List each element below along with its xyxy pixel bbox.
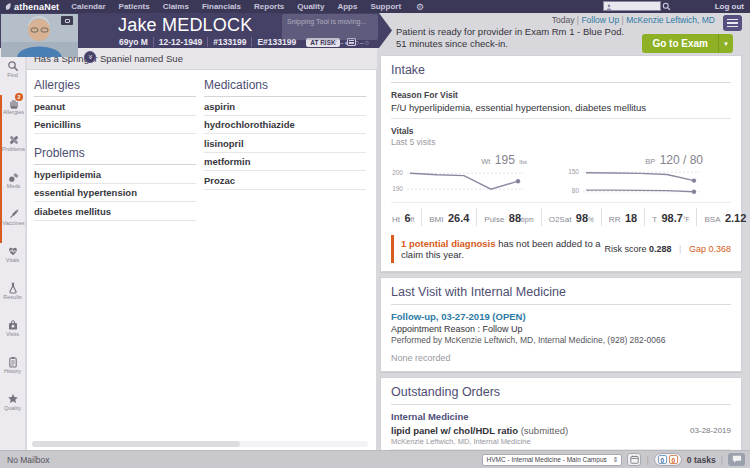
vital-pulse: Pulse 88bpm bbox=[477, 208, 541, 226]
ready-message-line2: 51 minutes since check-in. bbox=[396, 38, 624, 50]
pills-icon bbox=[8, 169, 20, 182]
weight-sparkline: Wt 195 lbs 200190 bbox=[391, 150, 541, 196]
task-counters[interactable]: 0 0 bbox=[654, 453, 682, 466]
context-link-today[interactable]: Today bbox=[552, 15, 575, 25]
sidebar-item-problems[interactable]: Problems bbox=[0, 132, 25, 169]
order-row[interactable]: lipid panel w/ chol/HDL ratio (submitted… bbox=[391, 422, 731, 451]
patient-name: Jake MEDLOCK bbox=[118, 15, 252, 36]
weight-axis-ticks: 200190 bbox=[391, 168, 406, 196]
order-name: lipid panel w/ chol/HDL ratio bbox=[391, 425, 518, 436]
order-status: (submitted) bbox=[521, 425, 569, 436]
nav-item-reports[interactable]: Reports bbox=[254, 2, 284, 11]
task-counter-orange[interactable]: 0 bbox=[669, 455, 678, 464]
encounter-progress-indicator: ✓–✓–●–○–○ bbox=[321, 39, 370, 47]
nav-item-claims[interactable]: Claims bbox=[163, 2, 189, 11]
last-visit-link[interactable]: Follow-up, 03-27-2019 (OPEN) bbox=[391, 311, 731, 322]
vital-rr: RR 18 bbox=[602, 208, 645, 226]
logout-button[interactable]: Log out bbox=[715, 2, 744, 11]
nav-item-quality[interactable]: Quality bbox=[297, 2, 324, 11]
sidebar-item-meds[interactable]: Meds bbox=[0, 169, 25, 206]
none-recorded-text: None recorded bbox=[391, 353, 731, 363]
patient-ready-message: Patient is ready for provider in Exam Rm… bbox=[396, 26, 624, 50]
bp-axis-ticks: 15080 bbox=[567, 168, 582, 196]
nav-item-apps[interactable]: Apps bbox=[337, 2, 357, 11]
summary-right-column: Medications aspirin hydrochlorothiazide … bbox=[204, 78, 366, 190]
search-submit-button[interactable] bbox=[661, 1, 673, 11]
sidebar-item-vaccines[interactable]: Vaccines bbox=[0, 206, 25, 243]
menu-hamburger-icon[interactable] bbox=[723, 15, 742, 31]
performed-by: Performed by McKenzie Leftwich, MD, Inte… bbox=[391, 335, 731, 345]
nav-item-financials[interactable]: Financials bbox=[202, 2, 241, 11]
lab-flask-icon bbox=[7, 280, 19, 293]
patient-age-sex: 69yo M bbox=[119, 37, 154, 47]
athenanet-logo[interactable]: athenaNet bbox=[4, 2, 59, 12]
separator: | bbox=[721, 455, 723, 465]
diagnosis-alert: 1 potential diagnosis has not been added… bbox=[391, 235, 731, 263]
ready-message-line1: Patient is ready for provider in Exam Rm… bbox=[396, 26, 624, 38]
sidebar-item-history[interactable]: History bbox=[0, 354, 25, 391]
global-search bbox=[603, 1, 661, 11]
sidebar-item-visits[interactable]: Visits bbox=[0, 317, 25, 354]
department-select[interactable]: HVMC - Internal Medicine - Main Campus ⇕ bbox=[482, 454, 622, 466]
search-icon bbox=[662, 2, 671, 11]
os-notification-overlay: Snipping Tool is moving... bbox=[282, 14, 378, 40]
department-select-value: HVMC - Internal Medicine - Main Campus bbox=[486, 456, 606, 463]
diagnosis-alert-highlight[interactable]: 1 potential diagnosis bbox=[401, 238, 496, 249]
settings-gear-icon[interactable]: ⚙ bbox=[416, 2, 424, 12]
problem-item: diabetes mellitus bbox=[34, 202, 196, 221]
summary-left-column: Allergies peanut Penicillins Problems hy… bbox=[34, 78, 196, 221]
sidebar-item-results[interactable]: Results bbox=[0, 280, 25, 317]
last-visit-card: Last Visit with Internal Medicine Follow… bbox=[380, 277, 742, 372]
intake-title: Intake bbox=[391, 63, 731, 83]
select-arrows-icon: ⇕ bbox=[613, 456, 619, 464]
patient-id: #133199 bbox=[208, 37, 252, 47]
calendar-icon bbox=[630, 455, 639, 464]
sidebar-item-allergies[interactable]: 2 Allergies bbox=[0, 95, 25, 132]
sidebar-item-quality[interactable]: Quality bbox=[0, 391, 25, 428]
sidebar-item-find[interactable]: Find bbox=[0, 58, 25, 95]
summary-card: Allergies peanut Penicillins Problems hy… bbox=[27, 70, 376, 450]
context-link-follow-up[interactable]: Follow Up bbox=[581, 15, 619, 25]
sidebar-item-vitals[interactable]: Vitals bbox=[0, 243, 25, 280]
heart-pulse-icon bbox=[7, 243, 19, 256]
vital-bsa: BSA 2.12 bbox=[697, 208, 750, 226]
patient-dob: 12-12-1949 bbox=[154, 37, 208, 47]
patient-sticky-note: Has a Springer Spaniel named Sue bbox=[27, 48, 377, 70]
syringe-icon bbox=[8, 206, 20, 219]
nav-item-support[interactable]: Support bbox=[370, 2, 401, 11]
medication-item: Prozac bbox=[204, 171, 366, 190]
global-search-input[interactable] bbox=[604, 2, 660, 10]
caret-down-icon[interactable]: ▾ bbox=[718, 34, 733, 53]
chat-bubble-icon[interactable] bbox=[728, 453, 745, 466]
vitals-sparklines: Wt 195 lbs 200190 BP 120 / 80 1 bbox=[391, 150, 731, 196]
tasks-count-label[interactable]: 0 tasks bbox=[687, 455, 716, 465]
risk-score-value: 0.288 bbox=[649, 244, 672, 254]
separator: | bbox=[577, 15, 579, 25]
diagnosis-alert-text: 1 potential diagnosis has not been added… bbox=[401, 238, 605, 260]
expand-banner-chevron[interactable]: » bbox=[84, 51, 96, 63]
allergy-item: Penicillins bbox=[34, 116, 196, 135]
bottom-status-bar: No Mailbox HVMC - Internal Medicine - Ma… bbox=[0, 450, 750, 468]
top-nav: athenaNet Calendar Patients Claims Finan… bbox=[0, 0, 750, 13]
weight-chart bbox=[406, 168, 526, 196]
brand-label: athenaNet bbox=[14, 2, 59, 12]
intake-card: Intake Reason For Visit F/U hyperlipidem… bbox=[380, 55, 742, 272]
medication-item: aspirin bbox=[204, 97, 366, 116]
weight-current-reading: Wt 195 lbs bbox=[391, 150, 541, 168]
schedule-icon[interactable] bbox=[627, 453, 641, 466]
edit-photo-camera-icon[interactable] bbox=[61, 16, 73, 25]
nav-menu: Calendar Patients Claims Financials Repo… bbox=[71, 2, 414, 11]
context-link-provider[interactable]: McKenzie Leftwich, MD bbox=[626, 15, 715, 25]
nav-item-calendar[interactable]: Calendar bbox=[71, 2, 105, 11]
go-to-exam-button[interactable]: Go to Exam ▾ bbox=[642, 34, 733, 53]
horizontal-scrollbar[interactable] bbox=[32, 441, 368, 447]
separator: | bbox=[646, 455, 648, 465]
crossed-bandages-icon bbox=[8, 132, 20, 145]
task-counter-blue[interactable]: 0 bbox=[658, 455, 667, 464]
problem-item: essential hypertension bbox=[34, 184, 196, 203]
vital-temp: T 98.7°F bbox=[645, 208, 697, 226]
vital-o2sat: O2Sat 98% bbox=[542, 208, 602, 226]
nav-item-patients[interactable]: Patients bbox=[119, 2, 150, 11]
vital-ht: Ht 6ft bbox=[391, 208, 422, 226]
gap-value: Gap 0.368 bbox=[689, 244, 731, 254]
